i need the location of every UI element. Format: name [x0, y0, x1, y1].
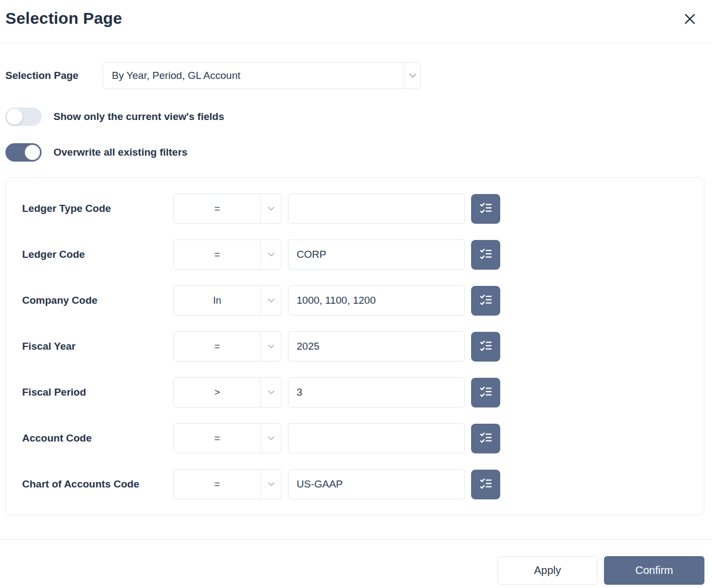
dialog-footer: Apply Confirm: [5, 556, 704, 585]
operator-value: =: [174, 424, 260, 453]
filter-label: Chart of Accounts Code: [22, 478, 173, 490]
selection-page-dialog: Selection Page Selection Page By Year, P…: [0, 0, 712, 585]
filter-row-fiscal-year: Fiscal Year =: [22, 331, 704, 362]
operator-select[interactable]: In: [173, 285, 281, 316]
checklist-button[interactable]: [471, 378, 500, 407]
operator-select[interactable]: =: [173, 423, 281, 453]
operator-select[interactable]: =: [173, 193, 281, 224]
chevron-down-icon: [260, 194, 281, 223]
operator-value: >: [174, 378, 260, 407]
filter-label: Account Code: [22, 432, 173, 444]
checklist-button[interactable]: [471, 424, 500, 453]
filter-row-company-code: Company Code In: [22, 285, 704, 316]
toggle-overwrite-filters[interactable]: [5, 143, 42, 162]
checklist-icon: [479, 476, 493, 492]
operator-select[interactable]: =: [173, 239, 281, 270]
close-button[interactable]: [680, 9, 700, 29]
operator-value: =: [174, 470, 260, 499]
checklist-icon: [479, 430, 493, 446]
chevron-down-icon: [260, 332, 281, 361]
selection-page-select-value: By Year, Period, GL Account: [103, 63, 404, 89]
checklist-button[interactable]: [471, 194, 500, 224]
checklist-icon: [479, 384, 493, 400]
operator-value: =: [174, 240, 260, 269]
toggle-overwrite-label: Overwrite all existing filters: [53, 146, 187, 158]
checklist-button[interactable]: [471, 286, 500, 316]
chevron-down-icon: [260, 286, 281, 315]
dialog-content: Selection Page By Year, Period, GL Accou…: [0, 62, 712, 585]
close-icon: [682, 21, 698, 29]
selection-page-row: Selection Page By Year, Period, GL Accou…: [5, 62, 704, 89]
footer-divider: [0, 539, 712, 540]
confirm-button[interactable]: Confirm: [604, 556, 704, 585]
chevron-down-icon: [260, 424, 281, 453]
operator-value: =: [174, 332, 260, 361]
filter-label: Ledger Type Code: [22, 203, 173, 215]
filter-row-chart-of-accounts-code: Chart of Accounts Code =: [22, 469, 704, 499]
filter-label: Fiscal Period: [22, 386, 173, 398]
checklist-icon: [479, 292, 493, 309]
page-title: Selection Page: [5, 9, 122, 28]
toggle-knob: [6, 109, 23, 125]
checklist-button[interactable]: [471, 332, 500, 362]
operator-value: In: [174, 286, 260, 315]
filter-value-input[interactable]: [288, 423, 465, 453]
checklist-button[interactable]: [471, 240, 500, 270]
toggle-show-only-label: Show only the current view's fields: [53, 111, 224, 123]
toggle-row-overwrite: Overwrite all existing filters: [5, 143, 704, 162]
filter-value-input[interactable]: [288, 469, 465, 499]
filter-value-input[interactable]: [288, 285, 465, 316]
filter-row-account-code: Account Code =: [22, 423, 704, 453]
operator-select[interactable]: =: [173, 331, 281, 362]
checklist-button[interactable]: [471, 470, 500, 499]
chevron-down-icon: [260, 378, 281, 407]
operator-select[interactable]: =: [173, 469, 281, 499]
chevron-down-icon: [260, 470, 281, 499]
filter-row-fiscal-period: Fiscal Period >: [22, 377, 704, 407]
dialog-header: Selection Page: [0, 0, 712, 44]
operator-value: =: [174, 194, 260, 223]
checklist-icon: [479, 338, 493, 355]
filter-label: Fiscal Year: [22, 340, 173, 352]
filter-row-ledger-type-code: Ledger Type Code =: [22, 193, 704, 224]
filter-label: Ledger Code: [22, 249, 173, 260]
operator-select[interactable]: >: [173, 377, 281, 407]
filter-value-input[interactable]: [288, 239, 465, 270]
chevron-down-icon: [404, 63, 420, 89]
selection-page-select[interactable]: By Year, Period, GL Account: [103, 62, 421, 89]
filter-row-ledger-code: Ledger Code =: [22, 239, 704, 270]
filters-panel: Ledger Type Code = Ledger Code =: [5, 177, 704, 515]
apply-button[interactable]: Apply: [498, 556, 597, 585]
filter-value-input[interactable]: [288, 377, 465, 407]
toggle-knob: [25, 145, 40, 160]
filter-value-input[interactable]: [288, 193, 465, 224]
toggle-show-only-current-view[interactable]: [5, 108, 42, 126]
chevron-down-icon: [260, 240, 281, 269]
selection-page-label: Selection Page: [5, 70, 103, 82]
checklist-icon: [479, 201, 493, 217]
filter-value-input[interactable]: [288, 331, 465, 362]
checklist-icon: [479, 246, 493, 263]
toggle-row-show-only: Show only the current view's fields: [5, 108, 704, 126]
filter-label: Company Code: [22, 295, 173, 306]
